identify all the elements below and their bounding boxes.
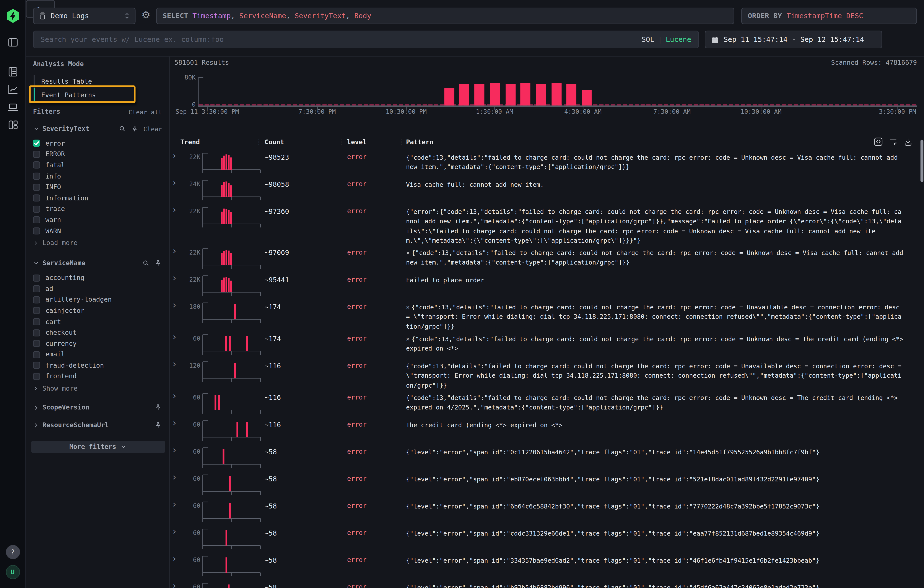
histogram-plot[interactable]: Sep 11 3:30:00 PM7:30:00 PM10:30:00 PM1:… [198,77,917,107]
orderby-editor[interactable]: ORDER BY TimestampTime DESC [741,8,917,24]
severity-option-trace[interactable]: trace [33,204,169,215]
column-header-count[interactable]: Count [265,138,284,146]
service-option-currency[interactable]: currency [33,338,169,349]
row-expander-icon[interactable]: › [173,390,176,401]
checkbox[interactable] [33,307,40,315]
column-drag-icon[interactable]: ⋮ [398,138,404,145]
checkbox[interactable] [33,216,40,224]
search-icon[interactable] [119,125,126,133]
panel-collapse-icon[interactable] [7,36,18,48]
row-expander-icon[interactable]: › [173,526,176,537]
chart-explorer-icon[interactable] [7,84,18,96]
row-expander-icon[interactable]: › [173,472,176,483]
checkbox[interactable] [33,173,40,180]
histogram-bar[interactable] [459,84,469,105]
severity-option-fatal[interactable]: fatal [33,160,169,171]
search-logs-icon[interactable] [7,66,18,78]
filter-group-scopeversion[interactable]: ScopeVersion [33,404,162,412]
checkbox[interactable] [33,184,40,191]
user-avatar[interactable]: U [6,565,20,579]
service-option-frontend[interactable]: frontend [33,371,169,382]
severity-option-error[interactable]: error [33,138,169,149]
pattern-row[interactable]: ›24K~98058errorVisa cache full: cannot a… [170,177,917,204]
service-option-email[interactable]: email [33,349,169,360]
column-drag-icon[interactable]: ⋮ [338,138,344,145]
load-more-button[interactable]: Load more [33,238,169,248]
row-expander-icon[interactable]: › [173,332,176,342]
checkbox[interactable] [33,329,40,336]
checkbox[interactable] [33,296,40,303]
row-expander-icon[interactable]: › [173,359,176,369]
row-expander-icon[interactable]: › [173,246,176,256]
row-expander-icon[interactable]: › [173,300,176,311]
code-view-icon[interactable] [873,137,883,147]
checkbox[interactable] [33,362,40,369]
row-expander-icon[interactable]: › [173,150,176,161]
checkbox[interactable] [33,285,40,293]
pattern-row[interactable]: ›60~58error{"level":"error","span_id":"6… [170,499,917,525]
checkbox[interactable] [33,151,40,158]
checkbox[interactable] [33,140,40,147]
dashboards-icon[interactable] [7,119,18,131]
checkbox[interactable] [33,161,40,169]
severity-option-info[interactable]: info [33,171,169,182]
pin-icon[interactable] [131,125,139,133]
checkbox[interactable] [33,206,40,213]
wrap-text-icon[interactable] [889,137,898,147]
filter-group-severitytext[interactable]: SeverityText Clear [33,125,162,133]
pin-icon[interactable] [154,259,162,267]
filter-group-resourceschemaurl[interactable]: ResourceSchemaUrl [33,422,162,429]
pattern-row[interactable]: ›22K~95441errorFailed to place order [170,272,917,300]
checkbox[interactable] [33,227,40,235]
hyperdx-logo-icon[interactable] [5,8,20,24]
severity-option-info[interactable]: INFO [33,182,169,193]
more-filters-button[interactable]: More filters [31,441,165,453]
checkbox[interactable] [33,194,40,202]
histogram-bar[interactable] [520,83,530,105]
histogram-bar[interactable] [474,84,484,105]
checkbox[interactable] [33,318,40,325]
pattern-row[interactable]: ›120~116error{"code":13,"details":"faile… [170,358,917,390]
download-icon[interactable] [903,137,913,147]
pattern-row[interactable]: ›60~116error{"code":13,"details":"failed… [170,390,917,417]
histogram-bar[interactable] [536,83,546,105]
pattern-row[interactable]: ›22K~97360error{"error":{"code":13,"deta… [170,204,917,245]
service-option-fraud-detection[interactable]: fraud-detection [33,360,169,371]
filter-group-servicename[interactable]: ServiceName [33,259,162,267]
help-button[interactable]: ? [6,545,20,559]
pattern-row[interactable]: ›22K~98523error{"code":13,"details":"fai… [170,150,917,177]
row-expander-icon[interactable]: › [173,499,176,510]
checkbox[interactable] [33,351,40,358]
pattern-row[interactable]: ›60~58error{"level":"error","span_id":"0… [170,444,917,471]
source-select[interactable]: Demo Logs [33,8,135,24]
service-option-ad[interactable]: ad [33,283,169,295]
gear-icon[interactable]: ⚙ [142,9,150,21]
histogram-bar[interactable] [581,91,591,105]
histogram-bar[interactable] [505,83,515,105]
severity-option-warn[interactable]: warn [33,214,169,226]
service-option-checkout[interactable]: checkout [33,327,169,338]
column-header-trend[interactable]: Trend [180,138,200,146]
histogram-bar[interactable] [444,88,454,105]
service-option-artillery-loadgen[interactable]: artillery-loadgen [33,294,169,305]
column-header-pattern[interactable]: Pattern [406,138,433,146]
pattern-row[interactable]: ›22K~97069error×{"code":13,"details":"fa… [170,245,917,272]
row-expander-icon[interactable]: › [173,178,176,188]
histogram-bar[interactable] [551,83,561,105]
severity-option-warn[interactable]: WARN [33,226,169,237]
pin-icon[interactable] [154,422,162,429]
sessions-icon[interactable] [7,101,18,113]
pattern-row[interactable]: ›60~58error{"level":"error","span_id":"e… [170,471,917,498]
row-expander-icon[interactable]: › [173,273,176,283]
pin-icon[interactable] [154,404,162,412]
language-lucene-toggle[interactable]: Lucene [666,35,691,44]
checkbox[interactable] [33,340,40,347]
row-expander-icon[interactable]: › [173,553,176,564]
pattern-row[interactable]: ›60~116errorThe credit card (ending <*> … [170,417,917,444]
column-drag-icon[interactable]: ⋮ [256,138,262,145]
histogram-bar[interactable] [566,84,576,105]
search-icon[interactable] [142,259,150,267]
show-more-button[interactable]: Show more [33,383,169,394]
row-expander-icon[interactable]: › [173,204,176,215]
scrollbar-thumb[interactable] [921,140,924,182]
